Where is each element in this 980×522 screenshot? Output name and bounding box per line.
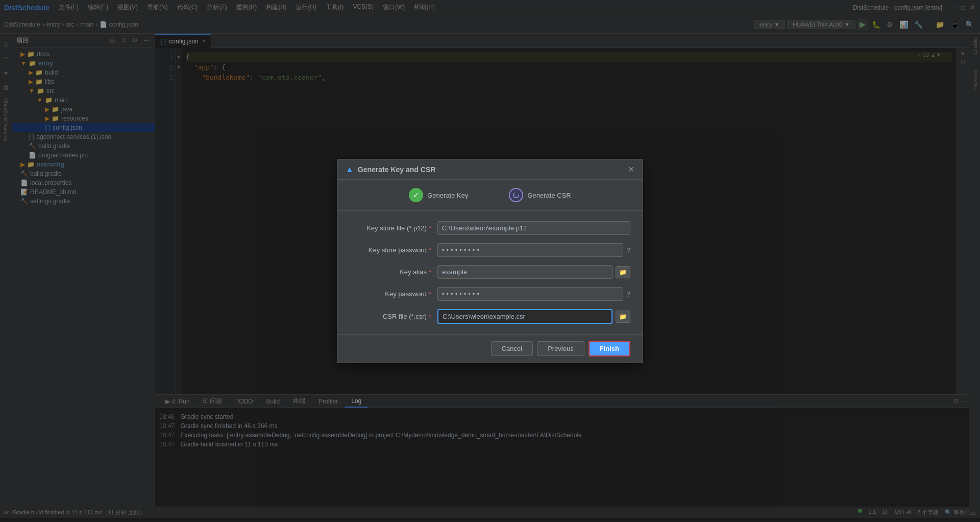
modal-body: Key store file (*.p12)* Key store passwo…: [337, 211, 643, 334]
required-key-pwd: *: [429, 290, 431, 298]
csr-wrap: 📁: [437, 309, 630, 324]
form-row-keystore: Key store file (*.p12)*: [350, 221, 630, 235]
alias-wrap: 📁: [437, 265, 630, 279]
modal-logo-icon: ▲: [346, 165, 354, 174]
required-csr: *: [429, 313, 431, 320]
step-generate-csr: Generate CSR: [509, 188, 571, 202]
finish-button[interactable]: Finish: [589, 341, 630, 357]
modal-overlay: ▲ Generate Key and CSR ✕ ✓ Generate Key …: [0, 0, 980, 522]
step-spinner-icon: [512, 192, 520, 199]
keystore-pwd-help-icon[interactable]: ?: [626, 246, 630, 254]
previous-button[interactable]: Previous: [537, 341, 584, 356]
csr-file-input[interactable]: [437, 309, 612, 324]
keystore-password-input[interactable]: [437, 243, 623, 257]
modal-title: Generate Key and CSR: [358, 165, 624, 174]
key-pwd-wrap: ?: [437, 287, 630, 301]
form-row-alias: Key alias* 📁: [350, 265, 630, 279]
form-row-key-pwd: Key password* ?: [350, 287, 630, 301]
required-keystore: *: [429, 224, 431, 232]
step-circle-2: [509, 188, 523, 202]
required-alias: *: [429, 268, 431, 276]
label-keystore-pwd: Key store password*: [350, 246, 431, 254]
step-label-2: Generate CSR: [527, 192, 571, 199]
modal-footer: Cancel Previous Finish: [337, 334, 643, 363]
step-label-1: Generate Key: [427, 192, 468, 199]
alias-folder-button[interactable]: 📁: [616, 266, 630, 278]
keystore-pwd-wrap: ?: [437, 243, 630, 257]
form-row-keystore-pwd: Key store password* ?: [350, 243, 630, 257]
keystore-file-input[interactable]: [437, 221, 630, 235]
generate-key-csr-modal: ▲ Generate Key and CSR ✕ ✓ Generate Key …: [337, 159, 643, 363]
key-alias-input[interactable]: [437, 265, 612, 279]
cancel-button[interactable]: Cancel: [491, 341, 533, 356]
csr-folder-button[interactable]: 📁: [616, 311, 630, 323]
label-key-pwd: Key password*: [350, 290, 431, 298]
form-row-csr: CSR file (*.csr)* 📁: [350, 309, 630, 324]
label-csr: CSR file (*.csr)*: [350, 313, 431, 320]
svg-point-0: [513, 193, 519, 198]
label-alias: Key alias*: [350, 268, 431, 276]
label-keystore: Key store file (*.p12)*: [350, 224, 431, 232]
required-keystore-pwd: *: [429, 246, 431, 254]
modal-close-button[interactable]: ✕: [628, 164, 634, 174]
modal-title-bar: ▲ Generate Key and CSR ✕: [337, 159, 643, 180]
key-pwd-help-icon[interactable]: ?: [626, 290, 630, 298]
keystore-input-wrap: [437, 221, 630, 235]
key-password-input[interactable]: [437, 287, 623, 301]
step-circle-1: ✓: [409, 188, 423, 202]
steps-indicator: ✓ Generate Key Generate CSR: [337, 180, 643, 211]
step-generate-key: ✓ Generate Key: [409, 188, 468, 202]
